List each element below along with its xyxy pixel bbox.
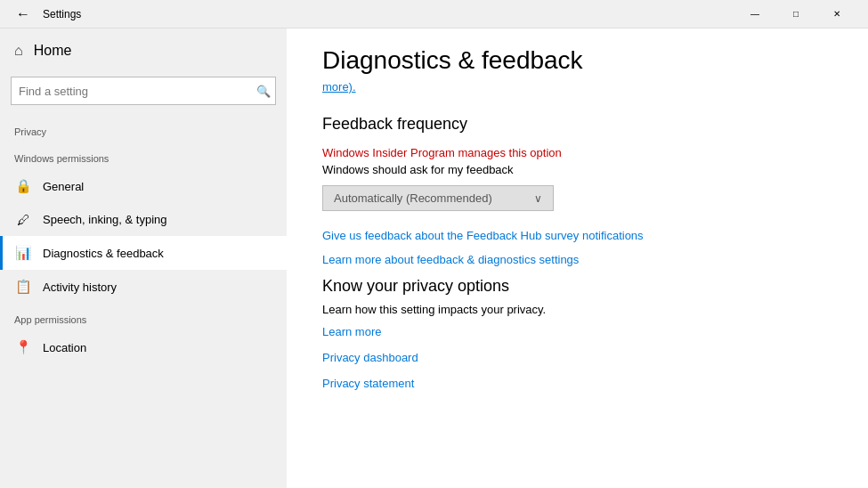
diagnostics-icon: 📊 [14,245,32,261]
minimize-button[interactable]: — [734,0,775,28]
window-controls: — □ ✕ [734,0,857,28]
sidebar-item-speech[interactable]: 🖊 Speech, inking, & typing [0,203,287,236]
activity-icon: 📋 [14,279,32,295]
sidebar: ⌂ Home 🔍 Privacy Windows permissions 🔒 G… [0,28,287,488]
page-title: Diagnostics & feedback [322,46,832,75]
sidebar-item-location[interactable]: 📍 Location [0,330,287,364]
feedback-frequency-dropdown[interactable]: Automatically (Recommended) ∨ [322,185,554,211]
chevron-down-icon: ∨ [534,192,542,205]
feedback-ask-text: Windows should ask for my feedback [322,163,832,176]
more-link[interactable]: more). [322,80,356,94]
close-button[interactable]: ✕ [816,0,857,28]
app-title: Settings [43,8,734,20]
privacy-section: Know your privacy options Learn how this… [322,277,832,401]
main-content: Diagnostics & feedback more). Feedback f… [287,28,868,488]
back-button[interactable]: ← [11,2,36,27]
feedback-section: Feedback frequency Windows Insider Progr… [322,115,832,266]
sidebar-item-activity[interactable]: 📋 Activity history [0,270,287,304]
sidebar-item-activity-label: Activity history [43,281,117,294]
maximize-button[interactable]: □ [775,0,816,28]
dropdown-value: Automatically (Recommended) [334,191,492,205]
sidebar-item-diagnostics[interactable]: 📊 Diagnostics & feedback [0,236,287,270]
sidebar-item-location-label: Location [43,341,86,354]
privacy-statement-link[interactable]: Privacy statement [322,377,832,390]
feedback-heading: Feedback frequency [322,115,832,134]
lock-icon: 🔒 [14,178,32,194]
back-icon: ← [16,6,30,22]
sidebar-item-home[interactable]: ⌂ Home [0,28,287,73]
location-icon: 📍 [14,339,32,355]
speech-icon: 🖊 [14,212,32,227]
current-section-label: Privacy [0,116,287,142]
sidebar-item-speech-label: Speech, inking, & typing [43,213,166,226]
privacy-links-container: Learn more Privacy dashboard Privacy sta… [322,325,832,401]
title-bar: ← Settings — □ ✕ [0,0,868,28]
sidebar-item-general[interactable]: 🔒 General [0,169,287,203]
app-body: ⌂ Home 🔍 Privacy Windows permissions 🔒 G… [0,28,868,488]
windows-permissions-label: Windows permissions [0,142,287,169]
privacy-description: Learn how this setting impacts your priv… [322,303,832,316]
sidebar-search-container: 🔍 [11,77,276,105]
learn-more-link[interactable]: Learn more [322,325,832,338]
feedback-hub-link[interactable]: Give us feedback about the Feedback Hub … [322,229,832,242]
sidebar-item-general-label: General [43,180,84,193]
search-input[interactable] [11,77,276,105]
search-icon: 🔍 [256,85,271,98]
app-permissions-label: App permissions [0,304,287,330]
home-icon: ⌂ [14,43,23,59]
privacy-dashboard-link[interactable]: Privacy dashboard [322,351,832,364]
sidebar-item-diagnostics-label: Diagnostics & feedback [43,247,164,260]
sidebar-home-label: Home [34,43,72,59]
privacy-heading: Know your privacy options [322,277,832,296]
learn-more-diagnostics-link[interactable]: Learn more about feedback & diagnostics … [322,253,832,266]
insider-program-text: Windows Insider Program manages this opt… [322,146,832,159]
